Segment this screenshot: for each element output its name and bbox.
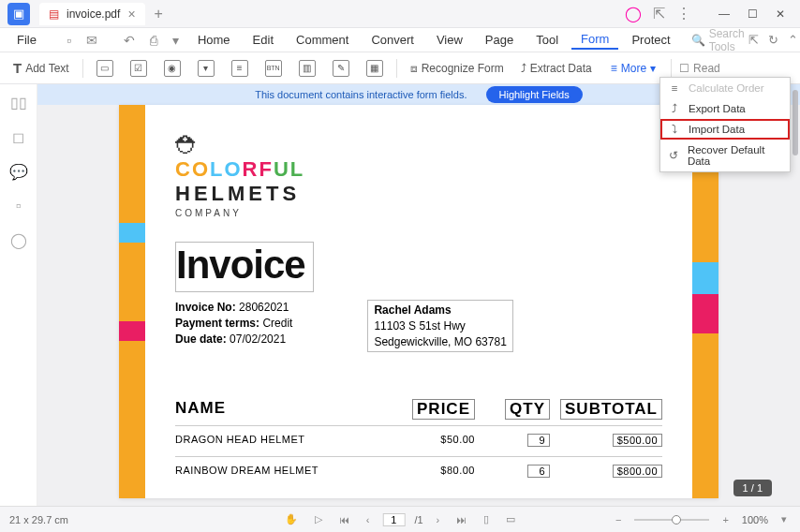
more-dropdown: ≡ Calculate Order ⤴ Export Data ⤵ Import… bbox=[659, 77, 791, 172]
bookmarks-icon[interactable]: ◻ bbox=[12, 128, 24, 146]
statusbar: 21 x 29.7 cm ✋ ▷ ⏮ ‹ /1 › ⏭ ▯ ▭ − + 100%… bbox=[0, 506, 800, 532]
brand-colorful: COLORFUL bbox=[175, 157, 662, 182]
calculate-order-item: ≡ Calculate Order bbox=[660, 78, 790, 98]
share-icon[interactable]: ⇱ bbox=[653, 5, 665, 22]
signature-field-button[interactable]: ✎ bbox=[327, 56, 355, 81]
search-panel-icon[interactable]: ◯ bbox=[10, 231, 27, 249]
checkbox-field-button[interactable]: ☑ bbox=[125, 56, 153, 81]
sync-icon[interactable]: ↻ bbox=[768, 33, 778, 47]
scrollbar-thumb[interactable] bbox=[793, 90, 798, 155]
chevron-down-icon[interactable]: ▾ bbox=[167, 31, 185, 50]
table-row: DRAGON HEAD HELMET $50.00 9 $500.00 bbox=[175, 430, 662, 451]
logo: ⛑ COLORFUL HELMETS COMPANY bbox=[175, 133, 662, 218]
search-icon: 🔍 bbox=[691, 34, 705, 47]
page-total: /1 bbox=[414, 514, 422, 525]
close-window-button[interactable]: ✕ bbox=[768, 3, 793, 25]
zoom-level[interactable]: 100% bbox=[742, 514, 768, 525]
export-data-item[interactable]: ⤴ Export Data bbox=[660, 98, 790, 119]
read-checkbox[interactable]: ☐ Read bbox=[679, 62, 720, 75]
comments-icon[interactable]: 💬 bbox=[9, 163, 28, 181]
qty-field[interactable]: 9 bbox=[527, 434, 550, 447]
page-indicator-badge: 1 / 1 bbox=[733, 480, 772, 496]
attachments-icon[interactable]: ▫ bbox=[16, 198, 22, 214]
zoom-in-icon[interactable]: + bbox=[719, 512, 732, 527]
thumbnails-icon[interactable]: ▯▯ bbox=[10, 94, 27, 111]
menu-comment[interactable]: Comment bbox=[287, 31, 358, 49]
kebab-menu-icon[interactable]: ⋮ bbox=[676, 5, 691, 22]
more-icon: ≡ bbox=[611, 62, 617, 75]
close-tab-icon[interactable]: × bbox=[127, 7, 135, 22]
decorative-strip-left bbox=[119, 105, 145, 498]
last-page-icon[interactable]: ⏭ bbox=[452, 512, 470, 527]
view-mode-icon[interactable]: ▯ bbox=[480, 511, 493, 527]
date-field-button[interactable]: ▦ bbox=[361, 56, 389, 81]
search-tools[interactable]: 🔍 Search Tools bbox=[691, 27, 745, 53]
select-tool-icon[interactable]: ▷ bbox=[311, 511, 326, 527]
print-icon[interactable]: ⎙ bbox=[144, 31, 163, 50]
client-info-field[interactable]: Rachel Adams 11103 S 51st Hwy Sedgewickv… bbox=[367, 300, 512, 352]
next-page-icon[interactable]: › bbox=[433, 512, 444, 527]
menu-view[interactable]: View bbox=[427, 31, 472, 49]
menu-protect[interactable]: Protect bbox=[622, 31, 679, 49]
undo-icon[interactable]: ↶ bbox=[118, 31, 141, 50]
document-tab[interactable]: ▤ invoice.pdf × bbox=[39, 3, 145, 25]
save-icon[interactable]: ▫ bbox=[61, 31, 77, 50]
invoice-title-field[interactable]: Invoice bbox=[175, 242, 314, 292]
zoom-thumb[interactable] bbox=[672, 515, 681, 525]
hand-tool-icon[interactable]: ✋ bbox=[281, 511, 302, 527]
import-icon: ⤵ bbox=[668, 124, 681, 135]
page-dimensions: 21 x 29.7 cm bbox=[9, 514, 68, 525]
subtotal-field[interactable]: $800.00 bbox=[613, 465, 662, 478]
extract-data-button[interactable]: ⤴ Extract Data bbox=[515, 58, 598, 79]
left-sidebar: ▯▯ ◻ 💬 ▫ ◯ bbox=[0, 84, 37, 506]
prev-page-icon[interactable]: ‹ bbox=[363, 512, 374, 527]
menu-form[interactable]: Form bbox=[571, 30, 618, 50]
text-icon: T bbox=[13, 60, 22, 76]
col-price-field[interactable]: PRICE bbox=[412, 399, 475, 420]
col-subtotal-field[interactable]: SUBTOTAL bbox=[560, 399, 662, 420]
menu-tool[interactable]: Tool bbox=[526, 31, 568, 49]
first-page-icon[interactable]: ⏮ bbox=[335, 512, 353, 527]
cloud-icon[interactable]: ◯ bbox=[625, 5, 642, 22]
vertical-scrollbar[interactable] bbox=[793, 86, 798, 504]
minimize-button[interactable]: — bbox=[712, 3, 736, 25]
app-icon: ▣ bbox=[7, 3, 30, 25]
subtotal-field[interactable]: $500.00 bbox=[613, 434, 662, 447]
file-menu[interactable]: File bbox=[7, 31, 46, 49]
menu-page[interactable]: Page bbox=[476, 31, 523, 49]
chevron-down-icon: ▾ bbox=[650, 62, 656, 75]
brand-company: COMPANY bbox=[175, 208, 662, 218]
maximize-button[interactable]: ☐ bbox=[740, 3, 764, 25]
import-data-item[interactable]: ⤵ Import Data bbox=[660, 119, 790, 140]
zoom-out-icon[interactable]: − bbox=[612, 512, 625, 527]
pdf-page: ⛑ COLORFUL HELMETS COMPANY Invoice Invoi… bbox=[119, 105, 719, 498]
checkbox-icon: ☐ bbox=[679, 62, 689, 75]
collapse-icon[interactable]: ⌃ bbox=[788, 33, 798, 47]
view-mode-icon[interactable]: ▭ bbox=[502, 511, 519, 527]
recover-icon: ↺ bbox=[668, 149, 680, 162]
image-field-button[interactable]: ▥ bbox=[293, 56, 321, 81]
listbox-field-button[interactable]: ≡ bbox=[226, 56, 254, 81]
page-number-input[interactable] bbox=[382, 513, 405, 526]
dropdown-field-button[interactable]: ▾ bbox=[192, 56, 220, 81]
zoom-slider[interactable] bbox=[634, 519, 709, 521]
export-icon: ⤴ bbox=[668, 103, 681, 114]
menu-home[interactable]: Home bbox=[188, 31, 240, 49]
highlight-fields-button[interactable]: Highlight Fields bbox=[486, 86, 583, 103]
more-button[interactable]: ≡ More ▾ bbox=[603, 58, 663, 79]
button-field-button[interactable]: BTN bbox=[259, 56, 288, 81]
menu-edit[interactable]: Edit bbox=[244, 31, 283, 49]
recognize-icon: ⧈ bbox=[410, 62, 418, 75]
new-tab-button[interactable]: + bbox=[155, 6, 163, 22]
recognize-form-button[interactable]: ⧈ Recognize Form bbox=[405, 58, 510, 79]
radio-field-button[interactable]: ◉ bbox=[158, 56, 186, 81]
mail-icon[interactable]: ✉ bbox=[81, 31, 103, 50]
col-qty-field[interactable]: QTY bbox=[505, 399, 550, 420]
recover-default-item[interactable]: ↺ Recover Default Data bbox=[660, 140, 790, 171]
text-field-button[interactable]: ▭ bbox=[91, 56, 119, 81]
export-icon[interactable]: ⇱ bbox=[748, 33, 759, 47]
menu-convert[interactable]: Convert bbox=[362, 31, 423, 49]
add-text-button[interactable]: T Add Text bbox=[7, 56, 75, 80]
zoom-dropdown-icon[interactable]: ▾ bbox=[778, 511, 791, 527]
qty-field[interactable]: 6 bbox=[527, 465, 550, 478]
